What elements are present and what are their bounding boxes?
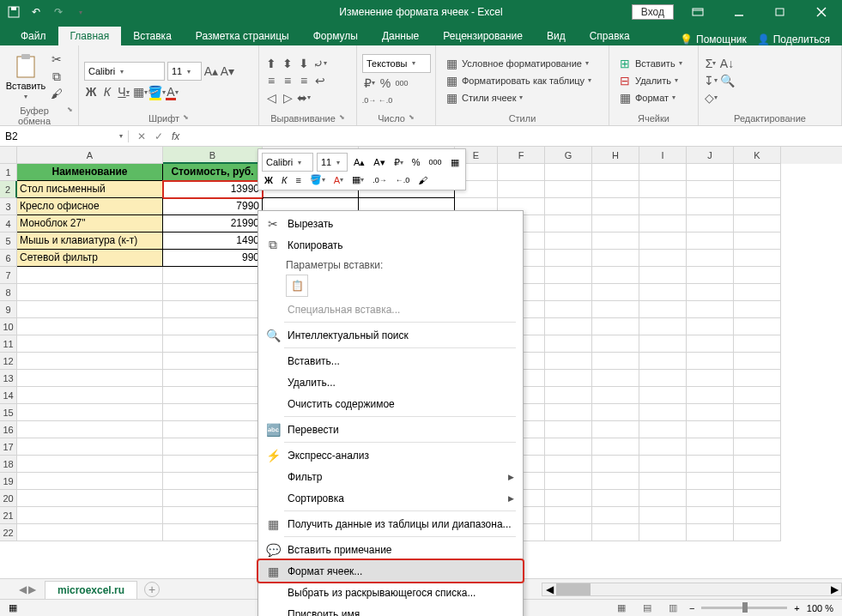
normal-view-icon[interactable]: ▦ <box>612 601 631 616</box>
cell[interactable] <box>687 456 734 473</box>
cell[interactable] <box>592 267 639 284</box>
row-header[interactable]: 22 <box>0 524 17 541</box>
cell[interactable] <box>592 370 639 387</box>
delete-cells-button[interactable]: ⊟Удалить▾ <box>615 73 686 88</box>
cell[interactable] <box>687 438 734 456</box>
cell[interactable] <box>592 181 639 198</box>
cell[interactable] <box>687 181 734 198</box>
cell[interactable] <box>545 353 592 370</box>
cell[interactable] <box>592 284 639 301</box>
currency-icon[interactable]: ₽▾ <box>362 76 376 90</box>
cell[interactable] <box>17 438 163 456</box>
add-sheet-button[interactable]: + <box>144 582 160 597</box>
fill-color-icon[interactable]: 🪣▾ <box>149 85 163 99</box>
undo-icon[interactable]: ↶ <box>26 2 46 22</box>
cell[interactable] <box>163 267 263 284</box>
cell[interactable] <box>687 215 734 233</box>
cell[interactable]: Наименование <box>17 164 163 181</box>
cell[interactable] <box>687 507 734 524</box>
row-header[interactable]: 19 <box>0 473 17 490</box>
cell[interactable] <box>687 524 734 541</box>
cell[interactable] <box>687 267 734 284</box>
cell[interactable] <box>163 404 263 421</box>
format-painter-icon[interactable]: 🖌 <box>50 87 64 100</box>
cell[interactable]: Сетевой фильтр <box>17 250 163 267</box>
bold-button[interactable]: Ж <box>84 85 98 99</box>
cell[interactable] <box>734 421 781 438</box>
cell[interactable] <box>592 215 639 233</box>
cell[interactable]: Кресло офисное <box>17 198 163 215</box>
col-header-G[interactable]: G <box>545 147 592 164</box>
cell[interactable] <box>545 421 592 438</box>
ctx-insert-comment[interactable]: 💬Вставить примечание <box>258 539 523 560</box>
col-header-A[interactable]: A <box>17 147 163 164</box>
cell[interactable] <box>545 507 592 524</box>
cell[interactable] <box>592 421 639 438</box>
row-header[interactable]: 18 <box>0 456 17 473</box>
enter-formula-icon[interactable]: ✓ <box>154 130 163 142</box>
page-layout-view-icon[interactable]: ▤ <box>638 601 657 616</box>
cell[interactable] <box>734 473 781 490</box>
fx-icon[interactable]: fx <box>172 130 179 142</box>
align-left-icon[interactable]: ≡ <box>264 74 278 88</box>
cell[interactable] <box>639 473 687 490</box>
cell[interactable] <box>592 387 639 404</box>
cell[interactable] <box>17 490 163 507</box>
cell[interactable] <box>17 301 163 318</box>
decrease-decimal-icon[interactable]: ←.0 <box>379 94 392 107</box>
cell[interactable] <box>687 387 734 404</box>
row-header[interactable]: 16 <box>0 421 17 438</box>
cell[interactable] <box>17 284 163 301</box>
cell[interactable] <box>498 164 545 181</box>
select-all-corner[interactable] <box>0 147 17 164</box>
cell[interactable] <box>17 404 163 421</box>
cell[interactable] <box>639 318 687 335</box>
increase-decimal-icon[interactable]: .0→ <box>362 94 376 107</box>
qat-customize-icon[interactable]: ▾ <box>70 2 91 22</box>
cell[interactable] <box>592 250 639 267</box>
cell[interactable] <box>592 438 639 456</box>
cell[interactable]: Мышь и клавиатура (к-т) <box>17 233 163 250</box>
cell[interactable] <box>163 335 263 353</box>
row-header[interactable]: 5 <box>0 233 17 250</box>
row-header[interactable]: 9 <box>0 301 17 318</box>
zoom-level[interactable]: 100 % <box>807 603 833 613</box>
mini-currency-icon[interactable]: ₽▾ <box>391 156 406 169</box>
dialog-launcher-icon[interactable]: ⬊ <box>409 113 415 124</box>
cell[interactable] <box>687 404 734 421</box>
login-button[interactable]: Вход <box>632 4 674 20</box>
cell[interactable] <box>639 490 687 507</box>
tell-me-button[interactable]: 💡Помощник <box>680 33 747 45</box>
scroll-left-icon[interactable]: ◀ <box>542 583 556 595</box>
cell[interactable] <box>639 421 687 438</box>
align-center-icon[interactable]: ≡ <box>281 74 294 88</box>
tab-review[interactable]: Рецензирование <box>431 27 535 45</box>
cell[interactable] <box>545 438 592 456</box>
cell[interactable] <box>734 164 781 181</box>
format-cells-button[interactable]: ▦Формат▾ <box>615 90 686 106</box>
decrease-indent-icon[interactable]: ◁ <box>264 91 278 105</box>
align-right-icon[interactable]: ≡ <box>297 74 311 88</box>
cell[interactable] <box>592 164 639 181</box>
align-bottom-icon[interactable]: ⬇ <box>297 57 311 70</box>
cell[interactable] <box>639 335 687 353</box>
mini-percent-icon[interactable]: % <box>409 156 423 168</box>
sheet-tab-active[interactable]: microexcel.ru <box>45 581 137 599</box>
cell-styles-button[interactable]: ▦Стили ячеек▾ <box>441 90 595 106</box>
ctx-quick-analysis[interactable]: ⚡Экспресс-анализ <box>258 444 523 466</box>
zoom-slider[interactable] <box>701 607 787 609</box>
cell[interactable] <box>163 301 263 318</box>
mini-grow-font-icon[interactable]: A▴ <box>351 156 367 169</box>
mini-merge-icon[interactable]: ▦ <box>448 156 462 169</box>
cell[interactable] <box>734 353 781 370</box>
cell[interactable] <box>639 284 687 301</box>
paste-button[interactable]: Вставить▾ <box>5 47 46 106</box>
ctx-delete[interactable]: Удалить... <box>258 371 523 393</box>
font-color-icon[interactable]: A▾ <box>166 85 179 99</box>
cell[interactable] <box>734 387 781 404</box>
cell[interactable] <box>17 473 163 490</box>
cell[interactable] <box>639 198 687 215</box>
cell[interactable] <box>163 490 263 507</box>
cell[interactable] <box>592 456 639 473</box>
cell[interactable] <box>17 370 163 387</box>
